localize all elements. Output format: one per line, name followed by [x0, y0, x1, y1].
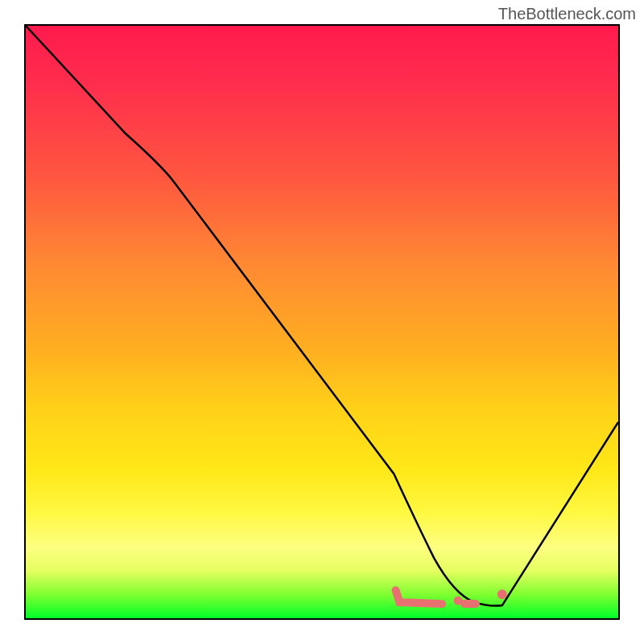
chart-svg: [26, 26, 618, 618]
watermark-text: TheBottleneck.com: [498, 5, 636, 23]
bottleneck-curve: [26, 26, 618, 606]
marker-dot-2: [497, 589, 507, 599]
chart-container: [24, 24, 620, 620]
optimal-range-marker: [396, 590, 443, 604]
